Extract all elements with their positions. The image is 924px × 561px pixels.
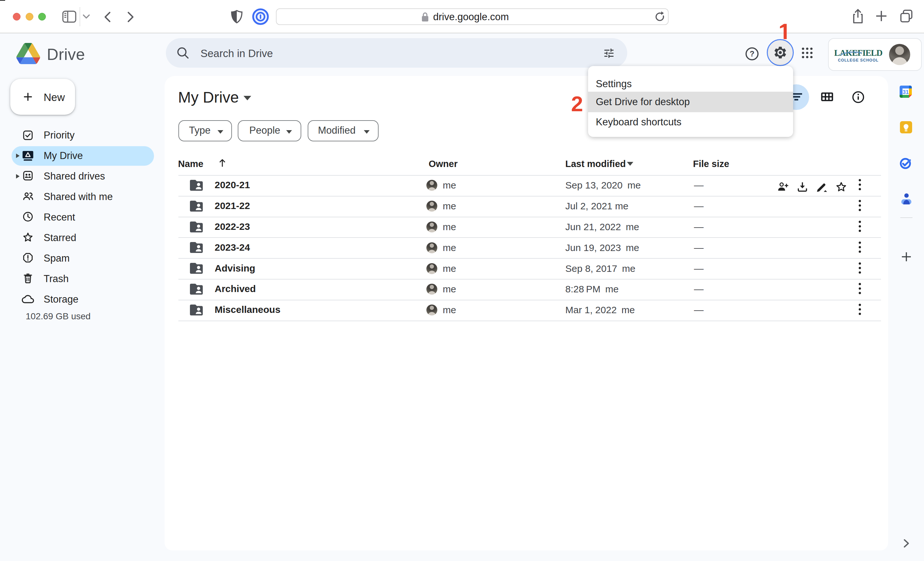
svg-text:?: ? [750,49,754,58]
svg-text:31: 31 [903,89,909,95]
